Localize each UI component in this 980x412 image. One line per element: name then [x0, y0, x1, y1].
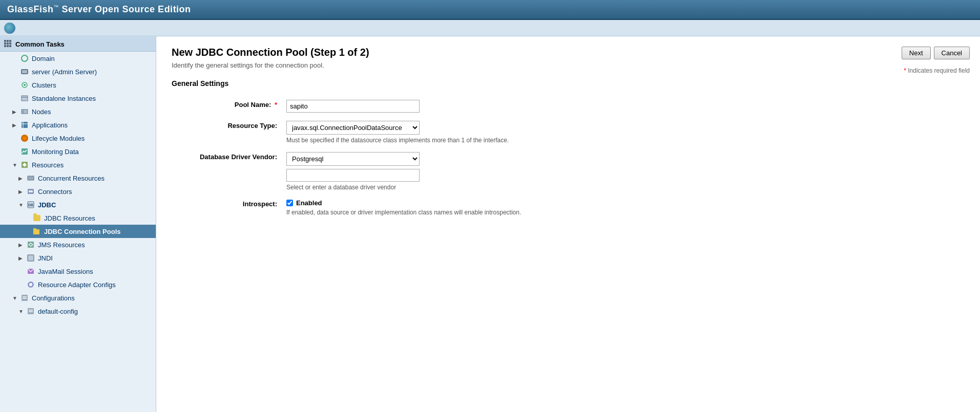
sidebar-item-label: JMS Resources: [38, 241, 85, 249]
sidebar-item-label: Nodes: [32, 108, 51, 116]
sidebar-item-default-config[interactable]: ▼ default-config: [0, 305, 156, 318]
introspect-checkbox-row: Enabled: [286, 199, 963, 207]
sidebar-item-server[interactable]: server (Admin Server): [0, 65, 156, 78]
resources-icon: [20, 161, 29, 169]
concurrent-icon: [27, 174, 35, 182]
sidebar-item-lifecycle[interactable]: Lifecycle Modules: [0, 132, 156, 145]
main-layout: Common Tasks Domain server (Admin Server…: [0, 36, 980, 412]
sidebar-item-jdbc-resources[interactable]: JDBC Resources: [0, 211, 156, 225]
introspect-hint: If enabled, data source or driver implem…: [286, 209, 963, 216]
expand-placeholder: [12, 56, 17, 61]
pool-name-label-text: Pool Name:: [235, 101, 272, 109]
expand-placeholder: [18, 269, 24, 274]
toolbar: [0, 20, 980, 36]
sidebar-item-domain[interactable]: Domain: [0, 52, 156, 65]
sidebar-item-jdbc[interactable]: ▼ DB JDBC: [0, 198, 156, 211]
sidebar-item-jms[interactable]: ▶ JMS Resources: [0, 238, 156, 251]
trademark: ™: [54, 4, 59, 10]
jdbc-pools-icon: [33, 227, 41, 235]
svg-rect-20: [28, 255, 34, 261]
introspect-value-cell: Enabled If enabled, data source or drive…: [284, 195, 965, 220]
svg-text:DB: DB: [28, 203, 33, 207]
sidebar-item-label: server (Admin Server): [32, 68, 97, 76]
introspect-checkbox[interactable]: [286, 200, 293, 206]
expand-arrow-default-config: ▼: [18, 309, 24, 314]
introspect-row: Introspect: Enabled If enabled, data sou…: [172, 195, 965, 220]
expand-placeholder: [12, 136, 17, 141]
introspect-label: Introspect:: [172, 195, 284, 220]
config-icon: [20, 294, 29, 302]
sidebar-item-label: JDBC Resources: [44, 214, 95, 222]
expand-placeholder: [18, 282, 24, 288]
sidebar-item-resource-adapter[interactable]: Resource Adapter Configs: [0, 278, 156, 291]
db-driver-label: Database Driver Vendor:: [172, 148, 284, 195]
sidebar-item-label: Connectors: [38, 188, 72, 196]
sidebar-item-jdbc-pools[interactable]: JDBC Connection Pools: [0, 225, 156, 238]
expand-arrow-configurations: ▼: [12, 295, 17, 301]
db-driver-hint: Select or enter a database driver vendor: [286, 184, 963, 191]
db-driver-select[interactable]: Postgresql MySQL Oracle Derby Other: [286, 152, 420, 166]
sidebar-item-label: JDBC Connection Pools: [44, 228, 121, 235]
sidebar-item-clusters[interactable]: Clusters: [0, 78, 156, 92]
sidebar-common-tasks: Common Tasks: [0, 36, 156, 52]
sidebar-item-monitoring[interactable]: Monitoring Data: [0, 145, 156, 158]
resource-type-select[interactable]: javax.sql.ConnectionPoolDataSource javax…: [286, 121, 420, 135]
resource-adapter-icon: [27, 280, 35, 289]
sidebar-item-label: Domain: [32, 55, 55, 62]
page-subtitle: Identify the general settings for the co…: [172, 61, 965, 69]
sidebar-item-standalone[interactable]: Standalone Instances: [0, 92, 156, 105]
introspect-enabled-label: Enabled: [296, 199, 322, 207]
cancel-button[interactable]: Cancel: [934, 47, 970, 59]
sidebar-item-javamail[interactable]: JavaMail Sessions: [0, 265, 156, 278]
sidebar-item-label: JavaMail Sessions: [38, 268, 93, 275]
svg-rect-17: [33, 229, 39, 234]
section-heading: General Settings: [172, 79, 965, 88]
sidebar-item-applications[interactable]: ▶ Applications: [0, 118, 156, 132]
pool-name-label: Pool Name: *: [172, 96, 284, 117]
server-icon: [20, 68, 29, 76]
domain-icon: [20, 54, 29, 62]
sidebar-item-concurrent[interactable]: ▶ Concurrent Resources: [0, 171, 156, 185]
sidebar-item-label: Configurations: [32, 294, 75, 302]
default-config-icon: [27, 307, 35, 315]
db-driver-row: Database Driver Vendor: Postgresql MySQL…: [172, 148, 965, 195]
sidebar-item-connectors[interactable]: ▶ Connectors: [0, 185, 156, 198]
apps-icon: [20, 121, 29, 129]
jndi-icon: [27, 254, 35, 262]
svg-rect-4: [22, 110, 28, 114]
app-header: GlassFish™ Server Open Source Edition: [0, 0, 980, 20]
standalone-icon: [20, 94, 29, 102]
jms-icon: [27, 241, 35, 249]
expand-placeholder: [12, 149, 17, 155]
expand-arrow-applications: ▶: [12, 122, 17, 128]
pool-name-required-star: *: [275, 101, 277, 109]
pool-name-input[interactable]: [286, 100, 420, 113]
sidebar-item-nodes[interactable]: ▶ Nodes: [0, 105, 156, 118]
expand-arrow-connectors: ▶: [18, 189, 24, 194]
app-title: GlassFish™ Server Open Source Edition: [7, 4, 191, 14]
expand-placeholder: [12, 96, 17, 101]
svg-rect-24: [22, 295, 28, 301]
expand-arrow-nodes: ▶: [12, 109, 17, 115]
db-driver-custom-input[interactable]: [286, 169, 420, 182]
jdbc-resources-icon: [33, 214, 41, 222]
expand-placeholder: [25, 215, 30, 221]
expand-arrow-resources: ▼: [12, 162, 17, 168]
required-field-note: * Indicates required field: [904, 67, 970, 74]
sidebar-item-label: Resources: [32, 161, 64, 169]
sidebar-item-label: JNDI: [38, 254, 53, 262]
svg-rect-18: [33, 228, 36, 230]
sidebar-item-label: Lifecycle Modules: [32, 135, 85, 142]
top-action-buttons: Next Cancel: [902, 47, 970, 59]
sidebar-item-resources[interactable]: ▼ Resources: [0, 158, 156, 171]
lifecycle-icon: [20, 134, 29, 142]
sidebar-item-label: Applications: [32, 121, 68, 129]
sidebar-item-jndi[interactable]: ▶ JNDI: [0, 251, 156, 265]
sidebar-item-label: Standalone Instances: [32, 95, 96, 102]
next-button[interactable]: Next: [902, 47, 931, 59]
cluster-icon: [20, 81, 29, 89]
sidebar-item-configurations[interactable]: ▼ Configurations: [0, 291, 156, 305]
nodes-icon: [20, 107, 29, 116]
sidebar-item-label: Resource Adapter Configs: [38, 281, 116, 289]
resource-type-hint: Must be specified if the datasource clas…: [286, 137, 963, 144]
